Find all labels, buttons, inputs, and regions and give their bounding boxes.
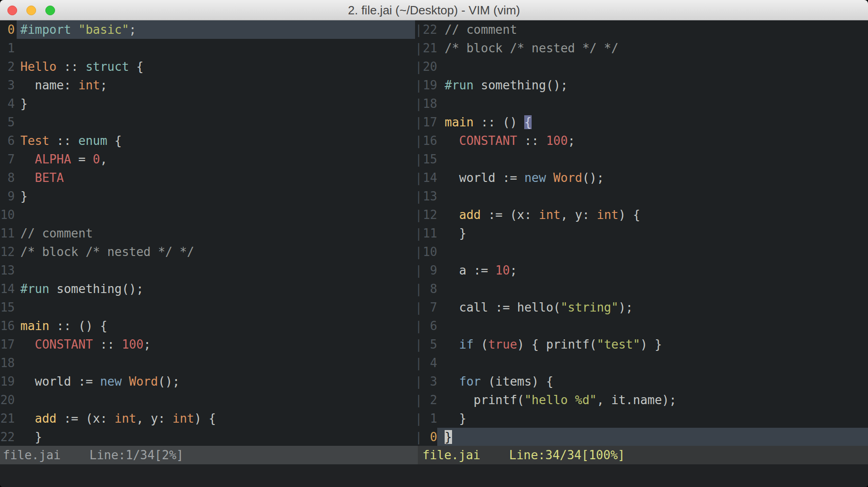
code-line[interactable]: |15 [415, 150, 868, 169]
line-number: 12 [422, 206, 437, 224]
code-line[interactable]: 3 name: int; [0, 76, 415, 94]
line-number: 9 [0, 187, 17, 206]
code-text [17, 39, 415, 57]
code-text: world := new Word(); [437, 169, 868, 187]
left-split-pane[interactable]: 0#import "basic";12Hello :: struct {3 na… [0, 20, 415, 446]
code-line[interactable]: |5 if (true) { printf("test") } [415, 335, 868, 354]
split-separator: | [415, 206, 422, 224]
code-line[interactable]: 22 } [0, 428, 415, 446]
code-line[interactable]: 2Hello :: struct { [0, 57, 415, 76]
code-line[interactable]: |0} [415, 428, 868, 446]
code-line[interactable]: 8 BETA [0, 169, 415, 187]
code-text [437, 94, 868, 113]
split-separator: | [415, 391, 422, 409]
line-number: 15 [0, 298, 17, 317]
code-line[interactable]: |17main :: () { [415, 113, 868, 131]
code-line[interactable]: 11// comment [0, 224, 415, 243]
line-number: 0 [0, 20, 17, 39]
code-line[interactable]: |22// comment [415, 20, 868, 39]
status-position-right: Line:34/34[100%] [509, 446, 625, 464]
code-text [17, 206, 415, 224]
code-line[interactable]: 12/* block /* nested */ */ [0, 243, 415, 261]
code-text: // comment [17, 224, 415, 243]
line-number: 8 [422, 280, 437, 298]
code-line[interactable]: 15 [0, 298, 415, 317]
code-line[interactable]: 18 [0, 354, 415, 372]
code-line[interactable]: 4} [0, 94, 415, 113]
code-line[interactable]: |2 printf("hello %d", it.name); [415, 391, 868, 409]
code-line[interactable]: |20 [415, 57, 868, 76]
code-line[interactable]: |13 [415, 187, 868, 206]
code-line[interactable]: |19#run something(); [415, 76, 868, 94]
line-number: 0 [422, 428, 437, 446]
code-line[interactable]: 17 CONSTANT :: 100; [0, 335, 415, 354]
code-line[interactable]: |3 for (items) { [415, 372, 868, 391]
code-line[interactable]: 19 world := new Word(); [0, 372, 415, 391]
code-line[interactable]: |21/* block /* nested */ */ [415, 39, 868, 57]
code-line[interactable]: 9} [0, 187, 415, 206]
split-separator: | [415, 131, 422, 150]
code-line[interactable]: 21 add := (x: int, y: int) { [0, 409, 415, 428]
line-number: 17 [0, 335, 17, 354]
code-line[interactable]: |9 a := 10; [415, 261, 868, 280]
code-line[interactable]: 0#import "basic"; [0, 20, 415, 39]
line-number: 12 [0, 243, 17, 261]
command-line[interactable] [0, 464, 868, 487]
line-number: 10 [0, 206, 17, 224]
line-number: 18 [0, 354, 17, 372]
code-text [17, 354, 415, 372]
split-separator: | [415, 280, 422, 298]
code-line[interactable]: |16 CONSTANT :: 100; [415, 131, 868, 150]
code-text: main :: () { [17, 317, 415, 335]
split-separator: | [415, 57, 422, 76]
code-line[interactable]: 20 [0, 391, 415, 409]
code-text: add := (x: int, y: int) { [437, 206, 868, 224]
code-text: Hello :: struct { [17, 57, 415, 76]
code-text: } [437, 428, 868, 446]
split-separator: | [415, 428, 422, 446]
code-line[interactable]: |7 call := hello("string"); [415, 298, 868, 317]
split-separator: | [415, 20, 422, 39]
code-line[interactable]: |8 [415, 280, 868, 298]
code-line[interactable]: 16main :: () { [0, 317, 415, 335]
line-number: 4 [422, 354, 437, 372]
line-number: 5 [422, 335, 437, 354]
code-line[interactable]: |6 [415, 317, 868, 335]
code-text: BETA [17, 169, 415, 187]
code-line[interactable]: |10 [415, 243, 868, 261]
split-separator: | [415, 187, 422, 206]
code-text [17, 391, 415, 409]
code-text: CONSTANT :: 100; [17, 335, 415, 354]
code-line[interactable]: 5 [0, 113, 415, 131]
line-number: 13 [0, 261, 17, 280]
code-line[interactable]: |1 } [415, 409, 868, 428]
code-line[interactable]: 6Test :: enum { [0, 131, 415, 150]
line-number: 11 [0, 224, 17, 243]
code-line[interactable]: |18 [415, 94, 868, 113]
line-number: 2 [422, 391, 437, 409]
code-line[interactable]: 7 ALPHA = 0, [0, 150, 415, 169]
split-separator: | [415, 76, 422, 94]
code-line[interactable]: 1 [0, 39, 415, 57]
code-line[interactable]: 10 [0, 206, 415, 224]
block-cursor: } [445, 430, 452, 444]
right-split-pane[interactable]: |22// comment|21/* block /* nested */ */… [415, 20, 868, 446]
line-number: 1 [422, 409, 437, 428]
status-filename-right: file.jai [422, 446, 480, 464]
code-line[interactable]: |14 world := new Word(); [415, 169, 868, 187]
split-separator: | [415, 150, 422, 169]
line-number: 8 [0, 169, 17, 187]
split-separator: | [415, 224, 422, 243]
code-line[interactable]: |12 add := (x: int, y: int) { [415, 206, 868, 224]
code-line[interactable]: |4 [415, 354, 868, 372]
line-number: 20 [422, 57, 437, 76]
code-line[interactable]: |11 } [415, 224, 868, 243]
code-text: if (true) { printf("test") } [437, 335, 868, 354]
code-text: main :: () { [437, 113, 868, 131]
editor-area: 0#import "basic";12Hello :: struct {3 na… [0, 20, 868, 446]
line-number: 6 [0, 131, 17, 150]
line-number: 7 [422, 298, 437, 317]
split-separator: | [415, 243, 422, 261]
code-line[interactable]: 13 [0, 261, 415, 280]
code-line[interactable]: 14#run something(); [0, 280, 415, 298]
